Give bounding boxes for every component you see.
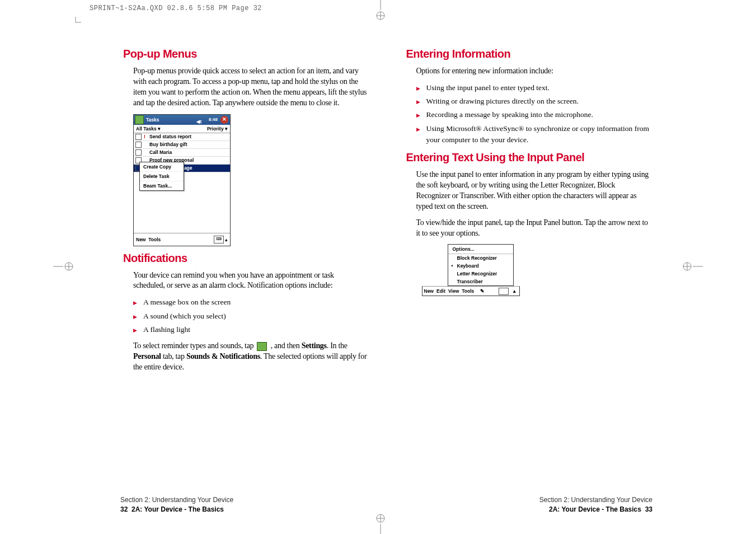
- crop-mark-left: [53, 261, 76, 272]
- heading-notifications: Notifications: [123, 252, 367, 265]
- speaker-icon: ◀€: [196, 117, 202, 127]
- task-row: Buy birthday gift: [134, 141, 230, 149]
- task-row: Call Maria: [134, 149, 230, 157]
- pen-icon: ✎: [480, 288, 485, 294]
- left-page: Pop-up Menus Pop-up menus provide quick …: [123, 42, 367, 378]
- page-number-right: 33: [645, 505, 652, 513]
- sip-method-item: Transcriber: [448, 278, 513, 285]
- tasks-filter-all: All Tasks ▾: [136, 126, 161, 132]
- sip-method-item: Block Recognizer: [448, 254, 513, 262]
- menubar-item: Tools: [462, 288, 474, 294]
- tools-button: Tools: [148, 237, 161, 242]
- tasks-bottom-bar: New Tools ⌨ ▴: [134, 233, 230, 246]
- input-panel-para1: Use the input panel to enter information…: [416, 170, 650, 212]
- footer-section: Section 2: Understanding Your Device: [120, 495, 233, 505]
- entering-info-bullets: Using the input panel to enter typed tex…: [416, 82, 650, 146]
- footer-sub: 2A: Your Device - The Basics: [549, 505, 641, 513]
- txt: tab, tap: [161, 352, 186, 360]
- page-number-left: 32: [120, 505, 128, 513]
- keyboard-icon: ⌨: [214, 236, 224, 243]
- checkbox-icon: [135, 149, 142, 156]
- tasks-filter-priority: Priority ▾: [207, 126, 228, 132]
- crop-mark-right: [680, 261, 703, 272]
- personal-bold: Personal: [133, 352, 161, 360]
- start-icon: [135, 115, 144, 124]
- sip-arrow-icon: ▴: [512, 288, 518, 294]
- list-item: Using Microsoft® ActiveSync® to synchron…: [416, 123, 650, 146]
- txt: , and then: [269, 341, 301, 350]
- heading-popup-menus: Pop-up Menus: [123, 48, 367, 60]
- popup-item: Delete Task: [140, 172, 184, 181]
- list-item: A flashing light: [133, 324, 367, 335]
- checkbox-icon: [135, 142, 142, 148]
- txt: . In the: [327, 341, 348, 350]
- notifications-howto: To select reminder types and sounds, tap…: [133, 341, 367, 373]
- notifications-bullets: A message box on the screenA sound (whic…: [133, 297, 367, 335]
- sip-method-item: Letter Recognizer: [448, 270, 513, 278]
- list-item: A message box on the screen: [133, 297, 367, 308]
- crop-mark-bottom: [375, 512, 386, 534]
- input-panel-screenshot: Options... Block RecognizerKeyboardLette…: [422, 244, 520, 296]
- sounds-bold: Sounds & Notifications: [186, 352, 260, 360]
- menubar-item: New: [424, 288, 434, 294]
- sip-options-popup: Options... Block RecognizerKeyboardLette…: [448, 244, 514, 286]
- popup-item: Beam Task...: [140, 181, 184, 190]
- popup-menus-para: Pop-up menus provide quick access to sel…: [133, 66, 367, 109]
- input-panel-para2: To view/hide the input panel, tap the In…: [416, 218, 650, 239]
- menubar-item: Edit: [436, 288, 445, 294]
- task-row: !Send status report: [134, 133, 230, 141]
- tasks-titlebar: Tasks ◀€ 8:48 ✕: [134, 115, 230, 125]
- notifications-para: Your device can remind you when you have…: [133, 270, 367, 292]
- right-page: Entering Information Options for enterin…: [406, 42, 650, 378]
- heading-input-panel: Entering Text Using the Input Panel: [406, 151, 650, 164]
- menubar-item: View: [448, 288, 459, 294]
- context-popup: Create CopyDelete TaskBeam Task...: [139, 162, 184, 191]
- clock-time: 8:48: [209, 115, 218, 125]
- list-item: Recording a message by speaking into the…: [416, 109, 650, 120]
- priority-icon: !: [144, 134, 147, 139]
- list-item: A sound (which you select): [133, 311, 367, 322]
- checkbox-icon: [135, 134, 142, 140]
- entering-info-para: Options for entering new information inc…: [416, 66, 650, 77]
- keyboard-icon: [499, 288, 509, 295]
- new-button: New: [136, 237, 145, 242]
- heading-entering-info: Entering Information: [406, 48, 650, 60]
- sip-menubar: NewEditViewTools ✎ ▴: [422, 286, 520, 296]
- footer-left: Section 2: Understanding Your Device 32 …: [120, 495, 233, 514]
- settings-bold: Settings: [302, 341, 327, 350]
- list-item: Writing or drawing pictures directly on …: [416, 96, 650, 107]
- close-icon: ✕: [220, 116, 228, 124]
- sip-method-item: Keyboard: [448, 262, 513, 270]
- start-menu-icon: [257, 342, 267, 351]
- print-header: SPRINT~1-S2Aa.QXD 02.8.6 5:58 PM Page 32: [90, 4, 262, 12]
- popup-item: Create Copy: [140, 162, 184, 172]
- sip-arrow-icon: ▴: [225, 237, 228, 242]
- tasks-filter-bar: All Tasks ▾ Priority ▾: [134, 125, 230, 133]
- footer-sub: 2A: Your Device - The Basics: [132, 505, 224, 513]
- crop-mark-tl: [59, 17, 81, 34]
- tasks-screenshot: Tasks ◀€ 8:48 ✕ All Tasks ▾ Priority ▾ !…: [133, 114, 231, 246]
- tasks-title-text: Tasks: [146, 117, 159, 123]
- footer-section: Section 2: Understanding Your Device: [539, 495, 652, 505]
- crop-mark-top: [375, 0, 386, 22]
- sip-options-item: Options...: [448, 245, 513, 254]
- list-item: Using the input panel to enter typed tex…: [416, 82, 650, 93]
- footer-right: Section 2: Understanding Your Device 2A:…: [539, 495, 652, 514]
- txt: To select reminder types and sounds, tap: [133, 341, 255, 350]
